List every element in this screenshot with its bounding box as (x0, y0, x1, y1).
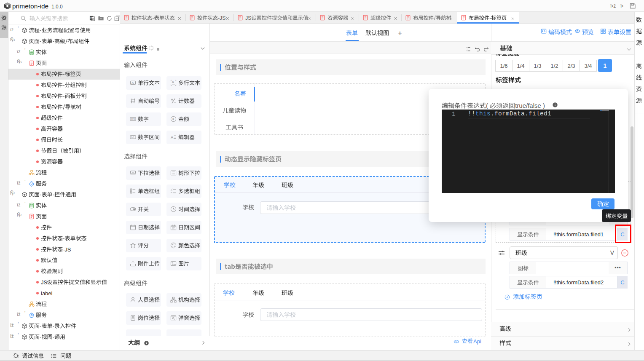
svg-text:A: A (131, 81, 134, 85)
svg-text:1-3: 1-3 (131, 136, 134, 139)
svg-text:on: on (90, 17, 93, 19)
svg-text:123: 123 (131, 118, 135, 120)
svg-text:A: A (171, 135, 174, 139)
svg-text:A: A (172, 80, 174, 84)
svg-text:¥: ¥ (172, 117, 174, 121)
